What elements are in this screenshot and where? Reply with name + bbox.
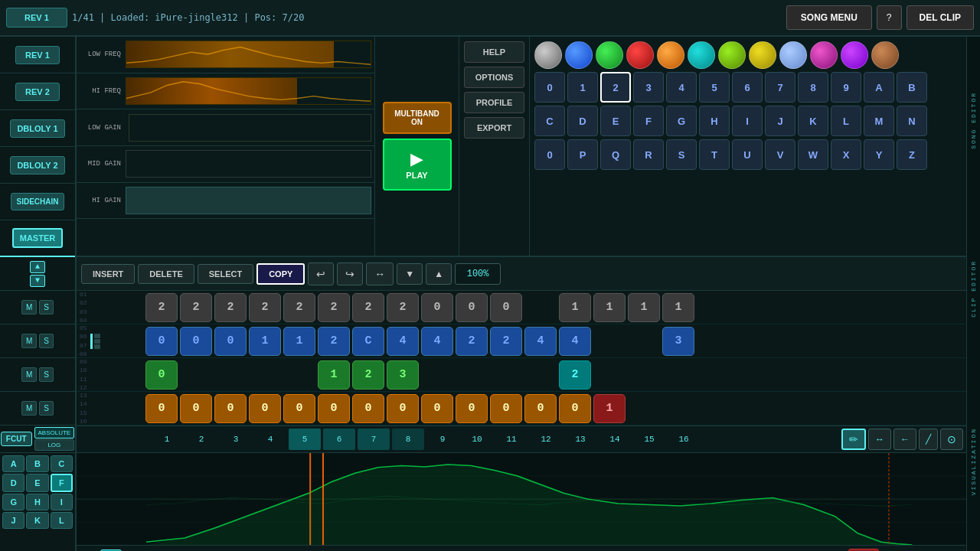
cell[interactable]: 1: [628, 293, 660, 322]
cell[interactable]: 0: [180, 327, 212, 356]
grid-1[interactable]: 1: [567, 72, 598, 103]
timeline-10[interactable]: 10: [461, 429, 493, 450]
pencil-tool[interactable]: ✏: [841, 429, 866, 450]
grid-G[interactable]: G: [666, 106, 697, 136]
grid-H[interactable]: H: [699, 106, 730, 136]
cell[interactable]: 1: [283, 327, 315, 356]
select-button[interactable]: SELECT: [198, 264, 253, 284]
grid-Q[interactable]: Q: [600, 139, 631, 170]
timeline-8[interactable]: 8: [392, 429, 424, 450]
grid-5[interactable]: 5: [699, 72, 730, 103]
orb-pink[interactable]: [810, 41, 838, 69]
timeline-4[interactable]: 4: [254, 429, 286, 450]
timeline-5[interactable]: 5: [289, 429, 321, 450]
timeline-3[interactable]: 3: [220, 429, 252, 450]
grid-F[interactable]: F: [633, 106, 664, 136]
scroll-down-arrow[interactable]: ▼: [397, 263, 423, 285]
grid-U[interactable]: U: [732, 139, 763, 170]
orb-purple[interactable]: [841, 41, 868, 69]
options-button[interactable]: OPTIONS: [464, 67, 524, 88]
help-button[interactable]: HELP: [464, 41, 524, 63]
letter-f[interactable]: F: [51, 474, 73, 492]
insert-button[interactable]: INSERT: [81, 264, 135, 284]
cell[interactable]: 1: [559, 293, 591, 322]
solo-btn-3[interactable]: S: [39, 367, 54, 382]
circle-tool[interactable]: ⊙: [940, 429, 963, 450]
grid-L[interactable]: L: [831, 106, 861, 136]
grid-Y[interactable]: Y: [864, 139, 894, 170]
cell[interactable]: 2: [456, 327, 488, 356]
grid-0b[interactable]: 0: [534, 139, 565, 170]
orb-cyan[interactable]: [688, 41, 715, 69]
grid-X[interactable]: X: [831, 139, 861, 170]
rev1-button[interactable]: REV 1: [6, 8, 67, 28]
timeline-11[interactable]: 11: [495, 429, 528, 450]
cell[interactable]: 0: [214, 327, 247, 356]
timeline-2[interactable]: 2: [185, 429, 217, 450]
grid-V[interactable]: V: [765, 139, 795, 170]
cell[interactable]: 0: [145, 360, 178, 390]
grid-W[interactable]: W: [798, 139, 828, 170]
cell[interactable]: 0: [490, 293, 522, 322]
letter-k[interactable]: K: [26, 512, 48, 529]
orb-lime[interactable]: [718, 41, 746, 69]
letter-e[interactable]: E: [26, 474, 48, 492]
cell[interactable]: 4: [421, 327, 453, 356]
grid-0[interactable]: 0: [534, 72, 565, 103]
fcut-button[interactable]: FCUT: [1, 432, 32, 446]
letter-b[interactable]: B: [26, 455, 48, 472]
letter-h[interactable]: H: [26, 494, 48, 510]
orb-lightblue[interactable]: [779, 41, 807, 69]
multiband-button[interactable]: MULTIBANDON: [383, 102, 452, 134]
cell[interactable]: 2: [214, 293, 247, 322]
cell[interactable]: 0: [524, 394, 557, 423]
cell[interactable]: 0: [145, 394, 178, 423]
grid-D[interactable]: D: [567, 106, 598, 136]
copy-button[interactable]: COPY: [256, 263, 305, 285]
letter-g[interactable]: G: [2, 494, 24, 510]
flip-button[interactable]: ↔: [366, 262, 394, 285]
grid-B[interactable]: B: [897, 72, 927, 103]
letter-l[interactable]: L: [51, 512, 73, 529]
orb-yellow[interactable]: [749, 41, 776, 69]
timeline-1[interactable]: 1: [151, 429, 183, 450]
timeline-6[interactable]: 6: [323, 429, 355, 450]
profile-button[interactable]: PROFILE: [464, 92, 524, 113]
grid-4[interactable]: 4: [666, 72, 697, 103]
solo-btn-2[interactable]: S: [39, 334, 54, 348]
orb-gray[interactable]: [534, 41, 562, 69]
cell[interactable]: 0: [249, 394, 281, 423]
cell[interactable]: 0: [352, 394, 384, 423]
cell[interactable]: 4: [524, 327, 557, 356]
grid-6[interactable]: 6: [732, 72, 763, 103]
orb-blue[interactable]: [565, 41, 593, 69]
grid-Z[interactable]: Z: [897, 139, 927, 170]
timeline-12[interactable]: 12: [530, 429, 562, 450]
cell[interactable]: 2: [180, 293, 212, 322]
sidechain-channel[interactable]: SIDECHAIN: [0, 184, 75, 220]
orb-red[interactable]: [626, 41, 654, 69]
scroll-up-button[interactable]: ▲: [30, 261, 45, 273]
master-channel[interactable]: MASTER: [0, 220, 75, 257]
rev1-channel[interactable]: REV 1: [0, 37, 75, 73]
timeline-9[interactable]: 9: [426, 429, 459, 450]
grid-2[interactable]: 2: [600, 72, 631, 103]
ruler-end-button[interactable]: ←: [848, 549, 879, 552]
cell[interactable]: 2: [145, 293, 178, 322]
orb-green[interactable]: [596, 41, 623, 69]
cell[interactable]: 0: [421, 394, 453, 423]
cell[interactable]: 0: [387, 394, 419, 423]
song-menu-button[interactable]: SONG MENU: [786, 5, 872, 30]
cell[interactable]: 3: [387, 360, 419, 390]
log-button[interactable]: LOG: [34, 439, 75, 451]
cell[interactable]: C: [352, 327, 384, 356]
grid-N[interactable]: N: [897, 106, 927, 136]
cell[interactable]: 4: [387, 327, 419, 356]
cell[interactable]: 1: [593, 293, 626, 322]
cell[interactable]: 0: [214, 394, 247, 423]
grid-A[interactable]: A: [864, 72, 894, 103]
solo-btn-1[interactable]: S: [39, 300, 54, 315]
dbloly2-channel[interactable]: DBLOLY 2: [0, 147, 75, 184]
cell[interactable]: 0: [490, 394, 522, 423]
cell[interactable]: 0: [456, 293, 488, 322]
